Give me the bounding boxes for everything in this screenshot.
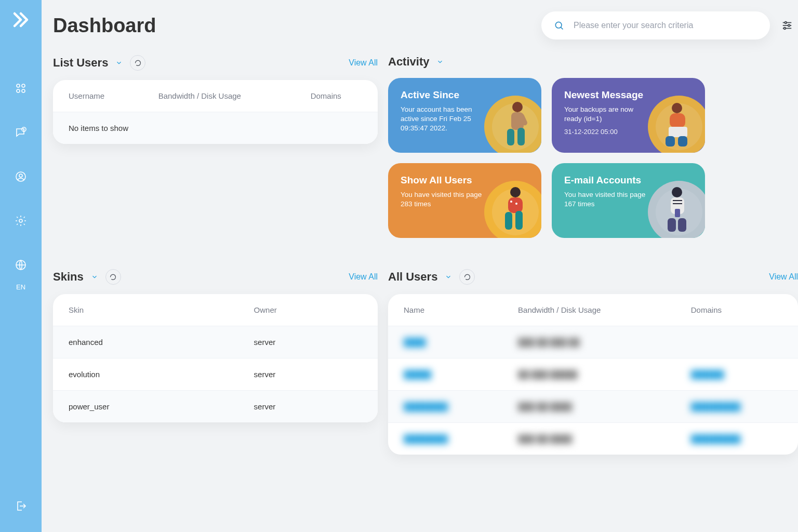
nav-messages[interactable] bbox=[10, 122, 31, 143]
refresh-icon bbox=[463, 273, 471, 281]
col-bandwidth: Bandwidth / Disk Usage bbox=[143, 80, 295, 112]
col-bandwidth: Bandwidth / Disk Usage bbox=[502, 294, 675, 326]
topbar: Dashboard bbox=[53, 11, 798, 39]
search-box[interactable] bbox=[541, 11, 770, 39]
all-users-expand[interactable] bbox=[445, 273, 452, 281]
svg-point-14 bbox=[784, 22, 787, 24]
redacted-name: ████████ bbox=[404, 402, 448, 411]
redacted-domains: ██████ bbox=[691, 370, 724, 379]
svg-point-3 bbox=[22, 89, 25, 92]
col-domains: Domains bbox=[295, 80, 378, 112]
skins-viewall[interactable]: View All bbox=[349, 272, 378, 282]
col-skin: Skin bbox=[53, 294, 238, 326]
col-domains: Domains bbox=[675, 294, 798, 326]
svg-rect-34 bbox=[515, 211, 523, 230]
svg-rect-28 bbox=[678, 136, 687, 147]
activity-card-active-since[interactable]: Active Since Your account has been activ… bbox=[388, 78, 541, 153]
gear-icon bbox=[15, 215, 27, 227]
svg-rect-27 bbox=[666, 136, 675, 147]
list-users-expand[interactable] bbox=[115, 59, 123, 66]
all-users-section: All Users View All Name Bandwidth / Disk… bbox=[388, 269, 798, 455]
table-row[interactable]: power_user server bbox=[53, 391, 378, 423]
cell-skin: power_user bbox=[53, 391, 238, 423]
svg-point-32 bbox=[515, 203, 517, 205]
table-row[interactable]: evolution server bbox=[53, 358, 378, 391]
illustration-laptop-icon bbox=[655, 98, 697, 150]
all-users-title: All Users bbox=[388, 270, 437, 284]
activity-card-body: You have visited this page 167 times bbox=[564, 190, 653, 209]
table-row[interactable]: ███████ ███ ███████████ bbox=[388, 358, 798, 391]
skins-refresh[interactable] bbox=[105, 269, 121, 285]
col-owner: Owner bbox=[238, 294, 378, 326]
nav-dashboard[interactable] bbox=[10, 78, 31, 99]
chevron-down-icon bbox=[115, 59, 123, 66]
svg-point-31 bbox=[510, 201, 512, 203]
list-users-table: Username Bandwidth / Disk Usage Domains … bbox=[53, 80, 378, 144]
activity-card-body: Your account has been active since Fri F… bbox=[401, 105, 489, 134]
table-row[interactable]: ███████████ ██ █████████████ bbox=[388, 391, 798, 423]
table-row[interactable]: enhanced server bbox=[53, 326, 378, 358]
search-input[interactable] bbox=[574, 21, 757, 30]
col-username: Username bbox=[53, 80, 143, 112]
chevron-down-icon bbox=[91, 273, 98, 281]
redacted-domains: █████████ bbox=[691, 434, 741, 443]
cell-owner: server bbox=[238, 391, 378, 423]
table-row[interactable]: ███████████ ██ █████████████ bbox=[388, 423, 798, 455]
redacted-domains bbox=[675, 326, 798, 358]
language-label: EN bbox=[16, 283, 25, 291]
sidebar: EN bbox=[0, 0, 42, 532]
col-name: Name bbox=[388, 294, 502, 326]
svg-line-12 bbox=[561, 27, 563, 29]
nav-language[interactable] bbox=[10, 255, 31, 275]
chevron-down-icon bbox=[436, 58, 444, 65]
svg-point-11 bbox=[555, 22, 562, 28]
illustration-runner-icon bbox=[491, 98, 533, 150]
logout-icon bbox=[15, 500, 27, 512]
svg-rect-22 bbox=[517, 128, 525, 145]
search-filter-button[interactable] bbox=[780, 20, 794, 31]
svg-point-29 bbox=[510, 187, 521, 197]
main-content: Dashboard List Users View All bbox=[42, 0, 798, 532]
list-users-card: Username Bandwidth / Disk Usage Domains … bbox=[53, 80, 378, 144]
svg-point-9 bbox=[19, 219, 22, 222]
all-users-viewall[interactable]: View All bbox=[769, 272, 798, 282]
activity-expand[interactable] bbox=[436, 58, 444, 65]
skins-expand[interactable] bbox=[91, 273, 98, 281]
nav-users[interactable] bbox=[10, 166, 31, 187]
all-users-card: Name Bandwidth / Disk Usage Domains ████… bbox=[388, 294, 798, 455]
cell-owner: server bbox=[238, 326, 378, 358]
search-icon bbox=[554, 20, 564, 31]
list-users-section: List Users View All Username Bandwidth /… bbox=[53, 55, 378, 238]
activity-title: Activity bbox=[388, 55, 429, 69]
skins-table: Skin Owner enhanced server evolution ser… bbox=[53, 294, 378, 422]
activity-card-show-all-users[interactable]: Show All Users You have visited this pag… bbox=[388, 163, 541, 238]
skins-card: Skin Owner enhanced server evolution ser… bbox=[53, 294, 378, 422]
list-users-viewall[interactable]: View All bbox=[349, 58, 378, 68]
refresh-icon bbox=[109, 273, 117, 281]
illustration-phone-icon bbox=[655, 183, 697, 235]
list-users-refresh[interactable] bbox=[130, 55, 145, 71]
nav-logout[interactable] bbox=[10, 496, 31, 516]
activity-card-newest-message[interactable]: Newest Message Your backups are now read… bbox=[552, 78, 705, 153]
redacted-domains: █████████ bbox=[691, 402, 741, 411]
activity-card-email-accounts[interactable]: E-mail Accounts You have visited this pa… bbox=[552, 163, 705, 238]
table-row[interactable]: ███████ ██ ███ ██ bbox=[388, 326, 798, 358]
svg-point-8 bbox=[19, 174, 22, 177]
svg-point-35 bbox=[672, 187, 682, 197]
list-users-title: List Users bbox=[53, 56, 108, 70]
page-title: Dashboard bbox=[53, 15, 156, 37]
all-users-refresh[interactable] bbox=[459, 269, 475, 285]
svg-point-18 bbox=[784, 28, 786, 30]
skins-section: Skins View All Skin Owner enha bbox=[53, 269, 378, 455]
logo[interactable] bbox=[11, 10, 30, 31]
redacted-bandwidth: ███ ██ ████ bbox=[518, 434, 572, 443]
svg-point-6 bbox=[24, 130, 24, 131]
svg-point-2 bbox=[17, 89, 20, 92]
all-users-table: Name Bandwidth / Disk Usage Domains ████… bbox=[388, 294, 798, 455]
redacted-name: ████████ bbox=[404, 434, 448, 443]
illustration-runner2-icon bbox=[491, 183, 533, 235]
cell-owner: server bbox=[238, 358, 378, 391]
nav-settings[interactable] bbox=[10, 210, 31, 231]
redacted-bandwidth: ██ ███ █████ bbox=[518, 370, 578, 379]
activity-card-timestamp: 31-12-2022 05:00 bbox=[564, 128, 693, 136]
